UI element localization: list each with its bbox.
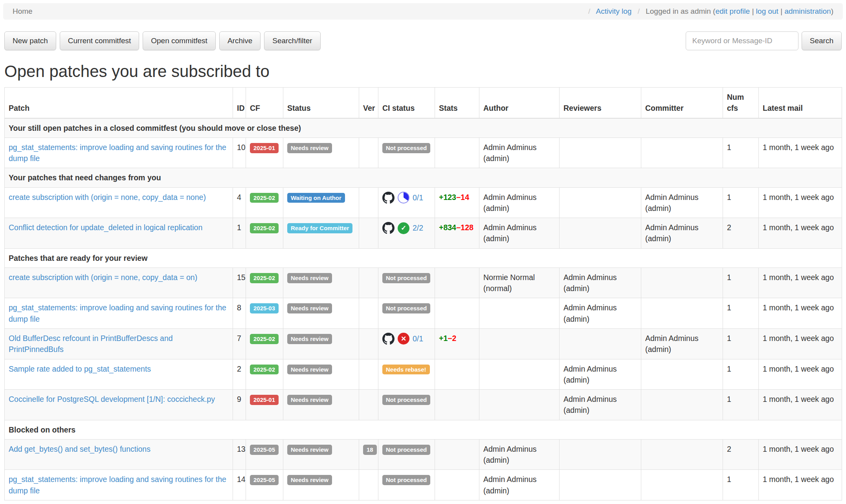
version-cell <box>359 298 378 329</box>
pipe-separator: | <box>780 7 782 15</box>
status-cell: Needs review <box>283 390 359 420</box>
page-title: Open patches you are subscribed to <box>4 62 842 81</box>
stats-cell <box>435 439 479 470</box>
reviewers-cell <box>560 137 641 168</box>
latest-mail-cell: 1 month, 1 week ago <box>759 328 842 359</box>
ci-status-group: 0/1 <box>382 192 431 204</box>
status-badge: Needs review <box>287 303 332 313</box>
table-row: create subscription with (origin = none,… <box>5 187 842 218</box>
stats-removed: −14 <box>456 193 469 202</box>
num-cfs-cell: 2 <box>723 439 759 470</box>
column-header-latest-mail: Latest mail <box>759 88 842 118</box>
patch-link[interactable]: Sample rate added to pg_stat_statements <box>9 365 151 373</box>
version-cell <box>359 328 378 359</box>
table-row: pg_stat_statements: improve loading and … <box>5 470 842 500</box>
patch-cell: pg_stat_statements: improve loading and … <box>5 137 233 168</box>
status-badge: Needs review <box>287 395 332 405</box>
patch-link[interactable]: Conflict detection for update_deleted in… <box>9 223 202 232</box>
cf-badge[interactable]: 2025-02 <box>250 223 279 233</box>
cf-badge[interactable]: 2025-05 <box>250 445 279 455</box>
ci-result-link[interactable]: 2/2 <box>413 222 423 233</box>
ci-status-cell: 0/1 <box>378 187 435 218</box>
patch-link[interactable]: create subscription with (origin = none,… <box>9 193 206 202</box>
current-commitfest-button[interactable]: Current commitfest <box>60 31 139 50</box>
cf-badge[interactable]: 2025-02 <box>250 193 279 203</box>
cf-badge[interactable]: 2025-01 <box>250 143 279 153</box>
reviewers-cell: Admin Adminus (admin) <box>560 268 641 298</box>
patch-id: 1 <box>233 218 246 249</box>
column-header-status: Status <box>283 88 359 118</box>
status-cell: Needs review <box>283 268 359 298</box>
patch-link[interactable]: Add get_bytes() and set_bytes() function… <box>9 445 150 453</box>
cf-badge[interactable]: 2025-02 <box>250 334 279 344</box>
patch-id: 9 <box>233 390 246 420</box>
patch-id: 4 <box>233 187 246 218</box>
latest-mail-cell: 1 month, 1 week ago <box>759 268 842 298</box>
ci-status-badge: Not processed <box>382 475 430 485</box>
cf-badge[interactable]: 2025-01 <box>250 395 279 405</box>
new-patch-button[interactable]: New patch <box>4 31 56 50</box>
column-header-committer: Committer <box>641 88 723 118</box>
ci-result-link[interactable]: 0/1 <box>413 333 423 344</box>
search-filter-button[interactable]: Search/filter <box>264 31 320 50</box>
ci-result-link[interactable]: 0/1 <box>413 192 423 203</box>
section-header: Blocked on others <box>5 420 842 439</box>
github-icon[interactable] <box>382 192 395 204</box>
ci-status-cell: Needs rebase! <box>378 359 435 390</box>
table-row: Conflict detection for update_deleted in… <box>5 218 842 249</box>
version-cell <box>359 218 378 249</box>
cf-badge[interactable]: 2025-05 <box>250 475 279 485</box>
column-header-id: ID <box>233 88 246 118</box>
patch-id: 8 <box>233 298 246 329</box>
cf-badge[interactable]: 2025-02 <box>250 365 279 375</box>
table-row: Sample rate added to pg_stat_statements2… <box>5 359 842 390</box>
logged-in-text: Logged in as admin ( <box>646 7 715 15</box>
patch-link[interactable]: Coccinelle for PostgreSQL development [1… <box>9 395 215 403</box>
num-cfs-cell: 1 <box>723 187 759 218</box>
table-row: pg_stat_statements: improve loading and … <box>5 298 842 329</box>
cf-cell: 2025-02 <box>246 359 283 390</box>
cf-cell: 2025-02 <box>246 187 283 218</box>
breadcrumb: Home / Activity log / Logged in as admin… <box>3 3 843 20</box>
breadcrumb-right: / Activity log / Logged in as admin (edi… <box>584 7 833 16</box>
search-button[interactable]: Search <box>802 31 842 50</box>
archive-button[interactable]: Archive <box>219 31 261 50</box>
patch-id: 10 <box>233 137 246 168</box>
cf-cell: 2025-01 <box>246 390 283 420</box>
log-out-link[interactable]: log out <box>756 7 778 15</box>
edit-profile-link[interactable]: edit profile <box>716 7 750 15</box>
patch-cell: Add get_bytes() and set_bytes() function… <box>5 439 233 470</box>
breadcrumb-separator: / <box>638 7 640 15</box>
patch-cell: create subscription with (origin = none,… <box>5 268 233 298</box>
administration-link[interactable]: administration <box>784 7 831 15</box>
ci-status-cell: Not processed <box>378 439 435 470</box>
section-row: Your still open patches in a closed comm… <box>5 118 842 138</box>
stats-removed: −128 <box>456 223 473 232</box>
num-cfs-cell: 1 <box>723 470 759 500</box>
committer-cell <box>641 268 723 298</box>
patch-link[interactable]: pg_stat_statements: improve loading and … <box>9 143 226 163</box>
github-icon[interactable] <box>382 222 395 234</box>
open-commitfest-button[interactable]: Open commitfest <box>143 31 216 50</box>
patch-cell: Sample rate added to pg_stat_statements <box>5 359 233 390</box>
patch-link[interactable]: pg_stat_statements: improve loading and … <box>9 303 226 323</box>
status-badge: Ready for Committer <box>287 223 352 233</box>
patch-link[interactable]: pg_stat_statements: improve loading and … <box>9 475 226 495</box>
status-cell: Needs review <box>283 439 359 470</box>
ci-status-group: ✓2/2 <box>382 222 431 234</box>
column-header-num-cfs: Num cfs <box>723 88 759 118</box>
activity-log-link[interactable]: Activity log <box>596 7 632 15</box>
version-cell <box>359 470 378 500</box>
patch-link[interactable]: Old BufferDesc refcount in PrintBufferDe… <box>9 334 173 354</box>
patch-id: 15 <box>233 268 246 298</box>
cf-badge[interactable]: 2025-02 <box>250 273 279 283</box>
cf-badge[interactable]: 2025-03 <box>250 303 279 313</box>
cf-cell: 2025-02 <box>246 218 283 249</box>
section-row: Your patches that need changes from you <box>5 168 842 187</box>
patch-cell: Conflict detection for update_deleted in… <box>5 218 233 249</box>
reviewers-cell <box>560 187 641 218</box>
latest-mail-cell: 1 month, 1 week ago <box>759 218 842 249</box>
github-icon[interactable] <box>382 333 395 345</box>
search-input[interactable] <box>686 31 798 50</box>
patch-link[interactable]: create subscription with (origin = none,… <box>9 273 197 282</box>
